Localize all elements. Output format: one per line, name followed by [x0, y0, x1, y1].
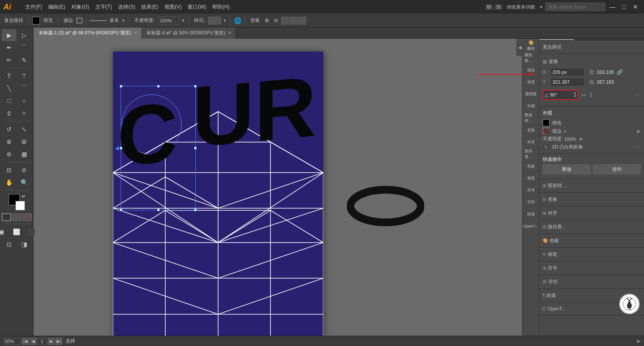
- style-swatch[interactable]: [208, 17, 221, 24]
- warp-tool[interactable]: ⊕: [2, 136, 16, 148]
- panel-gradient[interactable]: 渐变: [525, 76, 538, 88]
- arc-tool[interactable]: ⌒: [17, 82, 31, 94]
- appearance-header[interactable]: 外观: [543, 108, 641, 118]
- type-tool[interactable]: T: [2, 70, 16, 82]
- panel-color[interactable]: 🎨 颜色: [525, 40, 538, 52]
- tab-1-close[interactable]: ✕: [134, 30, 137, 35]
- type-area-tool[interactable]: ⊤: [17, 70, 31, 82]
- panel-brushes[interactable]: 画笔: [525, 173, 538, 184]
- close-button[interactable]: ✕: [630, 3, 641, 10]
- y-input[interactable]: [550, 78, 585, 86]
- align-icon-1[interactable]: [281, 17, 289, 24]
- gradient-mode-btn[interactable]: [12, 213, 21, 221]
- transform-header[interactable]: ⊞ 变换: [543, 57, 641, 67]
- panel-pathfinder[interactable]: 路径查...: [525, 149, 538, 160]
- rotate-tool[interactable]: ↺: [2, 123, 16, 135]
- artboard-tool[interactable]: ⊟: [2, 164, 16, 176]
- maximize-button[interactable]: □: [620, 3, 629, 10]
- hand-tool[interactable]: ✋: [2, 176, 16, 188]
- distribute-label[interactable]: ⊟: [272, 17, 279, 24]
- artboard-num-input[interactable]: [37, 338, 47, 345]
- panel-graphic-styles[interactable]: 图形样....: [525, 112, 538, 124]
- symbol-sprayer-tool[interactable]: ⊛: [2, 148, 16, 160]
- link-icon[interactable]: 🔗: [617, 69, 623, 75]
- minimize-button[interactable]: —: [607, 3, 618, 10]
- paintbucket-tool[interactable]: ⧮: [2, 107, 16, 119]
- ellipse-tool[interactable]: ○: [17, 95, 31, 107]
- slice-tool[interactable]: ⊘: [17, 164, 31, 176]
- angle-spinner[interactable]: ▲ ▼: [573, 91, 577, 98]
- menu-select[interactable]: 选择(S): [115, 3, 138, 12]
- release-button[interactable]: 释放: [543, 164, 590, 174]
- none-mode-btn[interactable]: [22, 213, 32, 221]
- panel-collapse-arrow[interactable]: ◀: [516, 39, 522, 56]
- fill-color-swatch[interactable]: [32, 17, 40, 24]
- angle-input[interactable]: [550, 92, 571, 97]
- opacity-input[interactable]: [158, 16, 179, 25]
- present-mode-btn[interactable]: ◨: [17, 238, 31, 250]
- workspace-chevron[interactable]: ▼: [539, 5, 544, 9]
- panel-char[interactable]: 字符: [525, 197, 538, 208]
- stroke-expand-arrow[interactable]: ▶: [637, 128, 641, 134]
- panel-transform[interactable]: 变换: [525, 124, 538, 136]
- bridge-icon[interactable]: Br: [485, 4, 493, 10]
- tab-2-close[interactable]: ✕: [228, 30, 231, 35]
- workspace-label[interactable]: 传统基本功能: [504, 4, 538, 10]
- brushes-header[interactable]: ✒ 画笔: [543, 249, 641, 259]
- panel-appearance[interactable]: 外观: [525, 100, 538, 112]
- fx-more-options[interactable]: ⋯: [635, 143, 641, 150]
- fill-mode-btn[interactable]: [2, 213, 11, 221]
- swatches-header[interactable]: 🎨 色板: [543, 236, 641, 246]
- menu-text[interactable]: 文字(T): [93, 3, 115, 12]
- panel-color-guide[interactable]: 颜色参...: [525, 52, 538, 64]
- panel-align[interactable]: 对齐: [525, 137, 538, 148]
- x-input[interactable]: [550, 68, 585, 76]
- prev-frame-btn[interactable]: |◀: [22, 338, 29, 345]
- stroke-weight-arrow[interactable]: ▼: [122, 18, 125, 23]
- stock-icon[interactable]: St: [495, 4, 502, 10]
- transform-more-options[interactable]: ⋯: [635, 91, 641, 98]
- direct-selection-tool[interactable]: ▷: [17, 29, 31, 41]
- free-transform-tool[interactable]: ⊞: [17, 136, 31, 148]
- line-segment-tool[interactable]: ╲: [2, 82, 16, 94]
- stroke-color-swatch[interactable]: [76, 18, 82, 24]
- pencil-tool[interactable]: ✏: [2, 54, 16, 66]
- curvature-tool[interactable]: ⌒: [17, 42, 31, 54]
- align-label[interactable]: ⊞: [263, 17, 270, 24]
- panel-para[interactable]: 段落: [525, 209, 538, 220]
- scale-tool[interactable]: ⤡: [17, 123, 31, 135]
- stock-search-input[interactable]: [545, 3, 605, 11]
- menu-edit[interactable]: 编辑(E): [46, 3, 68, 12]
- tab-2[interactable]: 未标题-4.ai* @ 50% (RGB/GPU 预览) ✕: [142, 27, 236, 39]
- rectangle-tool[interactable]: □: [2, 95, 16, 107]
- align-icon-2[interactable]: [290, 17, 298, 24]
- zoom-tool[interactable]: 🔍: [17, 176, 31, 188]
- pathfinder-header[interactable]: ⊟ 路径查...: [543, 222, 641, 232]
- panel-opentype[interactable]: OpenT...: [525, 221, 538, 232]
- align-icon-3[interactable]: [298, 17, 306, 24]
- transform2-header[interactable]: ⊟ 变换: [543, 194, 641, 204]
- flip-horizontal-icon[interactable]: ⇔: [581, 91, 586, 98]
- menu-view[interactable]: 视图(V): [162, 3, 184, 12]
- opacity-arrow[interactable]: ▼: [181, 18, 185, 23]
- globe-icon[interactable]: 🌐: [234, 17, 241, 24]
- column-graph-tool[interactable]: ▦: [17, 148, 31, 160]
- canvas-area[interactable]: C UR ◀: [33, 39, 539, 336]
- stroke-weight[interactable]: 基本 ▼: [90, 16, 125, 24]
- graphic-styles-header[interactable]: ⊞ 图形样....: [543, 181, 641, 191]
- zoom-input[interactable]: [3, 338, 21, 345]
- fill-swatch[interactable]: [543, 119, 550, 126]
- color-selector[interactable]: ⇌: [9, 194, 25, 210]
- selection-tool[interactable]: ▶: [2, 29, 16, 41]
- tab-1[interactable]: 未标题-1 (2).ai* @ 66.67% (RGB/GPU 预览) ✕: [34, 27, 142, 39]
- panel-swatches[interactable]: 色板: [525, 161, 538, 172]
- panel-transparency[interactable]: 透明度: [525, 88, 538, 100]
- swap-colors-icon[interactable]: ⇌: [21, 194, 25, 199]
- deer-logo[interactable]: 行走鹿: [619, 294, 640, 314]
- menu-file[interactable]: 文件(F): [23, 3, 45, 12]
- stroke-expand-icon[interactable]: ▶: [564, 129, 567, 133]
- flip-vertical-icon[interactable]: ⇕: [589, 91, 594, 98]
- arrange-button[interactable]: 排列: [593, 164, 641, 174]
- fullscreen-mode-btn[interactable]: ⊡: [2, 238, 16, 250]
- align-section-header[interactable]: ⊞ 对齐: [543, 208, 641, 218]
